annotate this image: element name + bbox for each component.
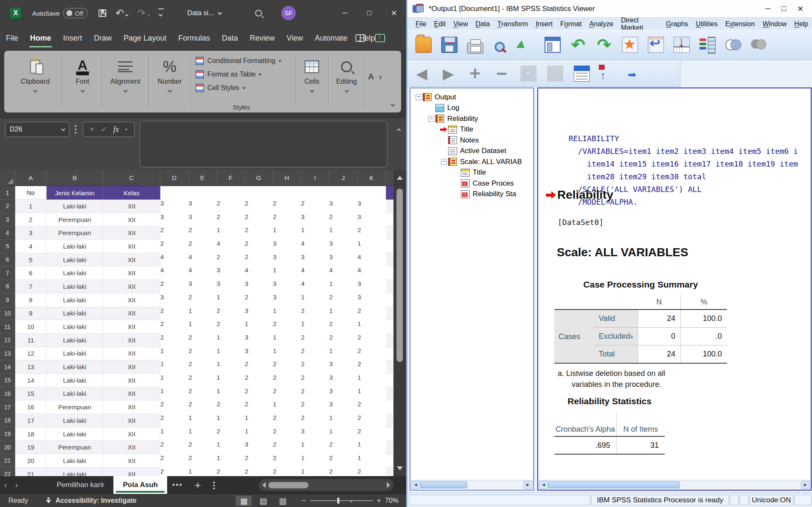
cell-no[interactable]: 12	[15, 347, 47, 361]
column-header[interactable]: G	[245, 170, 273, 186]
cell-value[interactable]: 2	[217, 307, 245, 321]
cell-value[interactable]: 2	[358, 226, 386, 240]
insert-function-button[interactable]: fx	[113, 125, 119, 134]
cell-value[interactable]: 1	[189, 320, 217, 334]
cell-value[interactable]: 3	[273, 293, 301, 307]
prev-sheet-button[interactable]: ‹	[0, 481, 11, 490]
cell-value[interactable]: 1	[189, 414, 217, 428]
cell-value[interactable]: 3	[358, 293, 386, 307]
cell-value[interactable]: 1	[329, 307, 358, 321]
cell-kelas[interactable]: XII	[103, 280, 160, 293]
zoom-slider[interactable]: +	[310, 500, 373, 501]
cell-value[interactable]: 1	[160, 360, 189, 374]
row-number[interactable]: 6	[0, 253, 15, 267]
cell-value[interactable]: 2	[217, 200, 245, 213]
cell-value[interactable]: 1	[217, 387, 245, 401]
insert-heading-icon[interactable]	[598, 63, 618, 84]
goto-variable-icon[interactable]	[646, 34, 666, 55]
cell-value[interactable]: 3	[245, 347, 273, 361]
column-header[interactable]: J	[329, 170, 358, 186]
cell-value[interactable]: 1	[189, 428, 217, 441]
row-number[interactable]: 10	[0, 307, 15, 321]
cell-kelas[interactable]: XII	[103, 374, 160, 387]
cell-value[interactable]: 2	[358, 307, 386, 321]
cell-value[interactable]: 1	[245, 320, 273, 334]
tree-expander-icon[interactable]	[427, 115, 435, 122]
cell-value[interactable]: 2	[217, 428, 245, 441]
tree-scroll-left-icon[interactable]: ◄	[411, 481, 420, 489]
cell-no[interactable]: 17	[15, 414, 47, 428]
cell-value[interactable]: 3	[273, 280, 301, 293]
cell-value[interactable]: 2	[358, 347, 386, 361]
cell-value[interactable]: 2	[301, 374, 330, 387]
cell-value[interactable]: 1	[217, 374, 245, 387]
cell-value[interactable]: 2	[245, 400, 273, 414]
cell-no[interactable]: 10	[15, 320, 47, 334]
cell-value[interactable]: 2	[160, 414, 189, 428]
cell-value[interactable]: 4	[160, 253, 189, 267]
cell-value[interactable]: 3	[329, 360, 358, 374]
cell-value[interactable]: 1	[329, 428, 358, 441]
header-cell[interactable]: PA8	[358, 186, 386, 200]
cell-value[interactable]: 2	[301, 414, 330, 428]
cell-value[interactable]: 3	[217, 280, 245, 293]
cell-gender[interactable]: Laki-laki	[47, 387, 103, 401]
cell-gender[interactable]: Laki-laki	[47, 468, 103, 476]
row-number[interactable]: 9	[0, 293, 15, 307]
row-number[interactable]: 20	[0, 441, 15, 454]
cell-value[interactable]: 1	[301, 441, 330, 454]
cell-value[interactable]: 1	[329, 280, 358, 293]
spss-menu-item[interactable]: Format	[556, 20, 586, 28]
cell-no[interactable]: 16	[15, 400, 47, 414]
cell-value[interactable]: 1	[273, 226, 301, 240]
cell-kelas[interactable]: XII	[103, 387, 160, 401]
comments-icon[interactable]	[355, 34, 366, 42]
menu-tab[interactable]: Review	[244, 26, 281, 50]
menu-tab[interactable]: Page Layout	[118, 26, 172, 50]
insert-variables-icon[interactable]	[672, 34, 691, 55]
cell-value[interactable]: 2	[189, 240, 217, 253]
cell-gender[interactable]: Perempuan	[47, 441, 103, 454]
cell-value[interactable]: 3	[245, 334, 273, 347]
cell-kelas[interactable]: XII	[103, 226, 160, 240]
cell-gender[interactable]: Laki-laki	[47, 428, 103, 441]
scroll-up-icon[interactable]	[397, 176, 403, 180]
cell-value[interactable]: 2	[160, 334, 189, 347]
cell-value[interactable]: 3	[245, 307, 273, 321]
cell-value[interactable]: 3	[329, 200, 358, 213]
cell-value[interactable]: 3	[273, 240, 301, 253]
cell-no[interactable]: 4	[15, 240, 47, 253]
tree-item[interactable]: Notes	[410, 135, 533, 146]
show-disabled-icon[interactable]	[518, 63, 538, 84]
cell-value[interactable]: 2	[245, 200, 273, 213]
cell-kelas[interactable]: XII	[103, 441, 160, 454]
cell-no[interactable]: 20	[15, 454, 47, 468]
styles-button[interactable]: Format as Table	[195, 68, 281, 81]
cell-value[interactable]: 2	[273, 454, 301, 468]
cell-value[interactable]: 1	[301, 454, 330, 468]
collapse-icon[interactable]: −	[492, 63, 512, 84]
export-icon[interactable]	[517, 34, 537, 55]
cell-value[interactable]: 2	[160, 307, 189, 321]
font-group[interactable]: A Font	[64, 51, 101, 112]
scale-heading[interactable]: Scale: ALL VARIABLES	[557, 246, 688, 259]
zoom-out-button[interactable]: −	[302, 497, 306, 504]
cell-value[interactable]: 2	[358, 334, 386, 347]
cell-value[interactable]: 4	[301, 280, 330, 293]
cell-value[interactable]: 3	[160, 213, 189, 227]
column-header[interactable]: B	[47, 170, 103, 186]
alignment-group[interactable]: Alignment	[104, 51, 146, 112]
cell-value[interactable]: 2	[301, 334, 330, 347]
more-sheets-icon[interactable]: •••	[172, 481, 183, 490]
cell-value[interactable]: 1	[245, 414, 273, 428]
cell-value[interactable]: 2	[273, 200, 301, 213]
tree-expander-icon[interactable]	[453, 191, 460, 198]
cell-gender[interactable]: Laki-laki	[47, 454, 103, 468]
cell-value[interactable]: 2	[160, 468, 189, 476]
redo-icon[interactable]: ↷	[594, 34, 614, 55]
tree-item[interactable]: Active Dataset	[410, 146, 533, 157]
customize-qat-icon[interactable]	[159, 8, 162, 18]
cell-value[interactable]: 3	[301, 213, 330, 227]
cell-kelas[interactable]: XII	[103, 414, 160, 428]
output-scroll-left-icon[interactable]: ◄	[539, 481, 548, 489]
